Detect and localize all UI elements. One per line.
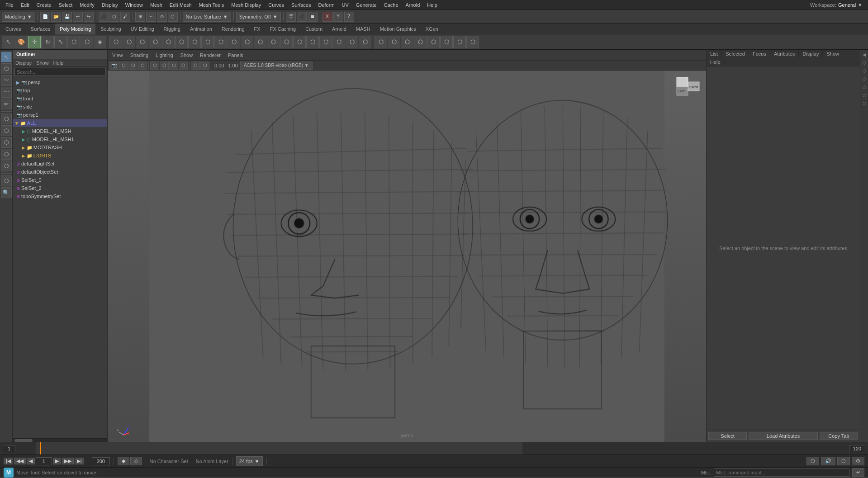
bridge-tool[interactable]: ⬡ — [123, 36, 135, 48]
vp-menu-view[interactable]: View — [109, 52, 126, 59]
snap-to-point-btn[interactable]: ⊙ — [157, 12, 167, 22]
outliner-item-side[interactable]: 📷 side — [13, 103, 107, 111]
menu-help[interactable]: Help — [423, 1, 441, 9]
menu-deform[interactable]: Deform — [314, 1, 338, 9]
scale-tool[interactable]: ⤡ — [54, 36, 67, 48]
menu-window[interactable]: Window — [122, 1, 147, 9]
weld-tool[interactable]: ⬡ — [214, 36, 227, 48]
vp-color-space[interactable]: ACES 1.0 SDR-video (sRGB) ▼ — [240, 62, 313, 70]
nav-cube[interactable]: LEFT FRONT — [674, 75, 702, 102]
outliner-item-selset0[interactable]: ⊕ SelSet_0 — [13, 176, 107, 184]
paint-select-btn[interactable]: 🖌 — [120, 12, 130, 22]
connect-tool[interactable]: ⬡ — [188, 36, 201, 48]
tab-attributes[interactable]: Attributes — [770, 50, 799, 58]
menu-arnold[interactable]: Arnold — [402, 1, 424, 9]
collapse-tool[interactable]: ⬡ — [201, 36, 214, 48]
tab-display[interactable]: Display — [799, 50, 823, 58]
tab-custom[interactable]: Custom — [301, 24, 327, 34]
menu-cache[interactable]: Cache — [380, 1, 402, 9]
tab-surfaces[interactable]: Surfaces — [26, 24, 55, 34]
lasso-select-btn[interactable]: ⬡ — [109, 12, 119, 22]
show-manipulator[interactable]: ◈ — [94, 36, 106, 48]
outliner-item-all[interactable]: ▼ 📁 ALL — [13, 119, 107, 127]
rotate-tool[interactable]: ↻ — [41, 36, 54, 48]
selection-mode-btn[interactable]: ↖ — [1, 52, 12, 62]
boolean-tool[interactable]: ⬡ — [388, 36, 400, 48]
mel-submit-btn[interactable]: ↵ — [852, 468, 864, 477]
paint-select-tool[interactable]: 🎨 — [15, 36, 28, 48]
vp-icon-10[interactable]: ⬡ — [200, 62, 209, 70]
tab-animation[interactable]: Animation — [185, 24, 217, 34]
menu-curves[interactable]: Curves — [265, 1, 288, 9]
tab-fx-caching[interactable]: FX Caching — [266, 24, 300, 34]
range-end-input[interactable] — [92, 457, 110, 465]
set-edge-btn[interactable]: ⬡ — [1, 149, 12, 160]
select-by-component-btn[interactable]: ⬛ — [99, 12, 109, 22]
outliner-item-persp1[interactable]: 📷 persp1 — [13, 111, 107, 119]
step-back-btn[interactable]: ◀◀ — [14, 458, 26, 464]
multi-cut-tool[interactable]: ⬡ — [280, 36, 293, 48]
set-face-btn[interactable]: ⬡ — [1, 161, 12, 171]
open-file-btn[interactable]: 📂 — [51, 12, 61, 22]
set-comp-btn[interactable]: ⬡ — [1, 125, 12, 136]
search-btn[interactable]: 🔍 — [1, 187, 12, 198]
vp-icon-2[interactable]: ⬡ — [119, 62, 128, 70]
maya-mode-indicator[interactable]: M — [4, 468, 14, 478]
outliner-item-front[interactable]: 📷 front — [13, 95, 107, 103]
right-side-icon-7[interactable]: ⬡ — [861, 100, 868, 107]
play-btn[interactable]: ▶ — [53, 458, 61, 464]
menu-edit[interactable]: Edit — [17, 1, 33, 9]
quad-draw-tool[interactable]: ⬡ — [306, 36, 319, 48]
paint-effects-btn[interactable]: ⬡ — [1, 63, 12, 74]
sculpt-tool[interactable]: ⬡ — [332, 36, 345, 48]
camera-select-icon[interactable]: 📷 — [109, 62, 119, 70]
right-side-icon-2[interactable]: ⬡ — [861, 60, 868, 66]
transform-tool[interactable]: ⬡ — [359, 36, 371, 48]
outliner-item-lights[interactable]: ▶ 📁 LIGHTS — [13, 151, 107, 160]
go-start-btn[interactable]: |◀ — [4, 458, 13, 464]
tab-rigging[interactable]: Rigging — [159, 24, 185, 34]
menu-mesh[interactable]: Mesh — [147, 1, 166, 9]
menu-modify[interactable]: Modify — [76, 1, 98, 9]
fill-hole-tool[interactable]: ⬡ — [175, 36, 188, 48]
vp-menu-lighting[interactable]: Lighting — [153, 52, 176, 59]
extrude-tool[interactable]: ⬡ — [136, 36, 148, 48]
select-btn[interactable]: Select — [708, 432, 747, 440]
snap-to-grid-btn[interactable]: ⊞ — [135, 12, 145, 22]
retopo-tool[interactable]: ⬡ — [453, 36, 466, 48]
relax-tool[interactable]: ⬡ — [319, 36, 332, 48]
timeline-start-frame-input[interactable] — [3, 445, 15, 452]
outliner-item-model-hi1[interactable]: ▶ ⬡ MODEL_HI_MSH1 — [13, 135, 107, 143]
z-axis-btn[interactable]: Z — [344, 12, 354, 22]
vp-icon-9[interactable]: ⬡ — [191, 62, 200, 70]
tab-xgen[interactable]: XGen — [421, 24, 443, 34]
menu-mesh-tools[interactable]: Mesh Tools — [195, 1, 228, 9]
vp-icon-6[interactable]: ⬡ — [160, 62, 169, 70]
fps-dropdown[interactable]: 24 fps ▼ — [236, 456, 263, 466]
vp-icon-5[interactable]: ⬡ — [150, 62, 159, 70]
key-btn[interactable]: ◆ — [118, 457, 129, 465]
vp-icon-7[interactable]: ⬡ — [169, 62, 178, 70]
outliner-scrollbar[interactable] — [13, 438, 107, 442]
select-tool[interactable]: ↖ — [2, 36, 14, 48]
reduce-tool[interactable]: ⬡ — [466, 36, 479, 48]
stop-render-btn[interactable]: ⏹ — [308, 12, 318, 22]
viewport-sync-btn[interactable]: ⬡ — [837, 457, 850, 465]
outliner-item-selset2[interactable]: ⊕ SelSet_2 — [13, 184, 107, 192]
current-frame-input[interactable] — [36, 457, 52, 465]
audio-btn[interactable]: 🔊 — [821, 457, 835, 465]
separate-tool[interactable]: ⬡ — [414, 36, 427, 48]
settings-btn[interactable]: ⚙ — [852, 457, 864, 465]
new-file-btn[interactable]: 📄 — [40, 12, 50, 22]
slide-edge-tool[interactable]: ⬡ — [254, 36, 266, 48]
mel-input[interactable] — [714, 469, 849, 477]
bevel-tool[interactable]: ⬡ — [109, 36, 122, 48]
menu-create[interactable]: Create — [33, 1, 55, 9]
menu-uv[interactable]: UV — [338, 1, 352, 9]
copy-tab-btn[interactable]: Copy Tab — [820, 432, 858, 440]
soft-select-tool[interactable]: ⬡ — [81, 36, 93, 48]
tab-focus[interactable]: Focus — [749, 50, 770, 58]
tab-curves[interactable]: Curves — [1, 24, 26, 34]
tab-fx[interactable]: FX — [250, 24, 265, 34]
menu-surfaces[interactable]: Surfaces — [288, 1, 314, 9]
